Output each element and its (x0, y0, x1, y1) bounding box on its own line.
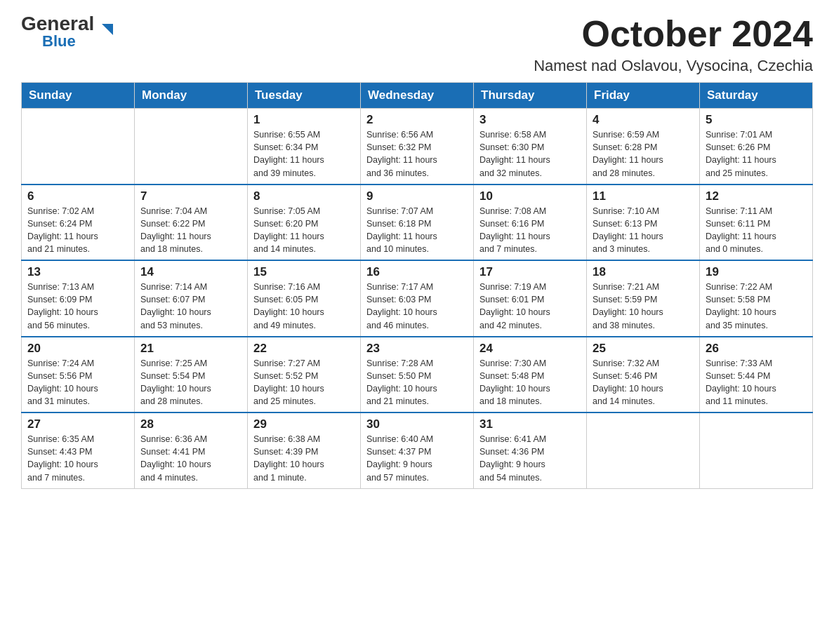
day-number: 16 (366, 265, 468, 279)
calendar-day-cell: 5Sunrise: 7:01 AM Sunset: 6:26 PM Daylig… (700, 109, 813, 185)
day-number: 12 (706, 189, 807, 203)
calendar-day-cell: 12Sunrise: 7:11 AM Sunset: 6:11 PM Dayli… (700, 185, 813, 261)
day-info: Sunrise: 7:16 AM Sunset: 6:05 PM Dayligh… (253, 282, 324, 330)
calendar-header-tuesday: Tuesday (248, 83, 361, 109)
day-info: Sunrise: 7:14 AM Sunset: 6:07 PM Dayligh… (140, 282, 211, 330)
calendar-week-row: 6Sunrise: 7:02 AM Sunset: 6:24 PM Daylig… (22, 185, 813, 261)
calendar-day-cell: 8Sunrise: 7:05 AM Sunset: 6:20 PM Daylig… (248, 185, 361, 261)
calendar-header-friday: Friday (587, 83, 700, 109)
calendar-day-cell (135, 109, 248, 185)
day-info: Sunrise: 7:25 AM Sunset: 5:54 PM Dayligh… (140, 358, 211, 406)
logo-triangle-icon (102, 24, 113, 35)
day-info: Sunrise: 7:19 AM Sunset: 6:01 PM Dayligh… (479, 282, 550, 330)
day-info: Sunrise: 7:21 AM Sunset: 5:59 PM Dayligh… (593, 282, 663, 330)
day-number: 6 (27, 189, 128, 203)
day-number: 9 (366, 189, 468, 203)
calendar-day-cell: 19Sunrise: 7:22 AM Sunset: 5:58 PM Dayli… (700, 260, 813, 337)
day-info: Sunrise: 7:05 AM Sunset: 6:20 PM Dayligh… (253, 206, 324, 254)
month-title: October 2024 (534, 14, 813, 54)
day-number: 23 (366, 342, 468, 356)
day-number: 10 (479, 189, 581, 203)
logo-blue-text: Blue (42, 34, 76, 49)
svg-marker-0 (102, 24, 113, 35)
day-number: 29 (253, 417, 355, 431)
calendar-week-row: 13Sunrise: 7:13 AM Sunset: 6:09 PM Dayli… (22, 260, 813, 337)
calendar-day-cell: 22Sunrise: 7:27 AM Sunset: 5:52 PM Dayli… (248, 337, 361, 413)
calendar-day-cell: 23Sunrise: 7:28 AM Sunset: 5:50 PM Dayli… (361, 337, 474, 413)
calendar-day-cell: 20Sunrise: 7:24 AM Sunset: 5:56 PM Dayli… (22, 337, 135, 413)
day-number: 22 (253, 342, 355, 356)
day-number: 15 (253, 265, 355, 279)
calendar-header-row: SundayMondayTuesdayWednesdayThursdayFrid… (22, 83, 813, 109)
day-number: 17 (479, 265, 581, 279)
logo-general-text: General (21, 14, 94, 34)
calendar-day-cell: 16Sunrise: 7:17 AM Sunset: 6:03 PM Dayli… (361, 260, 474, 337)
calendar-day-cell: 4Sunrise: 6:59 AM Sunset: 6:28 PM Daylig… (587, 109, 700, 185)
calendar-week-row: 1Sunrise: 6:55 AM Sunset: 6:34 PM Daylig… (22, 109, 813, 185)
day-info: Sunrise: 7:28 AM Sunset: 5:50 PM Dayligh… (366, 358, 437, 406)
calendar-day-cell: 3Sunrise: 6:58 AM Sunset: 6:30 PM Daylig… (474, 109, 587, 185)
title-section: October 2024 Namest nad Oslavou, Vysocin… (534, 14, 813, 75)
calendar-day-cell: 31Sunrise: 6:41 AM Sunset: 4:36 PM Dayli… (474, 412, 587, 488)
calendar-day-cell: 17Sunrise: 7:19 AM Sunset: 6:01 PM Dayli… (474, 260, 587, 337)
day-info: Sunrise: 7:13 AM Sunset: 6:09 PM Dayligh… (27, 282, 98, 330)
calendar-table: SundayMondayTuesdayWednesdayThursdayFrid… (21, 82, 813, 489)
calendar-day-cell (587, 412, 700, 488)
day-number: 13 (27, 265, 128, 279)
calendar-day-cell: 15Sunrise: 7:16 AM Sunset: 6:05 PM Dayli… (248, 260, 361, 337)
day-info: Sunrise: 6:55 AM Sunset: 6:34 PM Dayligh… (253, 130, 324, 177)
day-info: Sunrise: 6:35 AM Sunset: 4:43 PM Dayligh… (27, 434, 98, 482)
calendar-day-cell: 2Sunrise: 6:56 AM Sunset: 6:32 PM Daylig… (361, 109, 474, 185)
day-info: Sunrise: 6:58 AM Sunset: 6:30 PM Dayligh… (479, 130, 550, 177)
logo: General Blue (21, 14, 102, 49)
day-info: Sunrise: 7:08 AM Sunset: 6:16 PM Dayligh… (479, 206, 550, 254)
calendar-day-cell: 24Sunrise: 7:30 AM Sunset: 5:48 PM Dayli… (474, 337, 587, 413)
day-number: 27 (27, 417, 128, 431)
day-info: Sunrise: 6:36 AM Sunset: 4:41 PM Dayligh… (140, 434, 211, 482)
day-info: Sunrise: 7:27 AM Sunset: 5:52 PM Dayligh… (253, 358, 324, 406)
calendar-day-cell: 29Sunrise: 6:38 AM Sunset: 4:39 PM Dayli… (248, 412, 361, 488)
day-number: 25 (593, 342, 694, 356)
day-number: 7 (140, 189, 241, 203)
calendar-day-cell: 14Sunrise: 7:14 AM Sunset: 6:07 PM Dayli… (135, 260, 248, 337)
day-number: 31 (479, 417, 581, 431)
day-number: 5 (706, 113, 807, 127)
day-info: Sunrise: 7:07 AM Sunset: 6:18 PM Dayligh… (366, 206, 437, 254)
calendar-day-cell: 11Sunrise: 7:10 AM Sunset: 6:13 PM Dayli… (587, 185, 700, 261)
calendar-day-cell: 27Sunrise: 6:35 AM Sunset: 4:43 PM Dayli… (22, 412, 135, 488)
day-number: 20 (27, 342, 128, 356)
day-info: Sunrise: 7:01 AM Sunset: 6:26 PM Dayligh… (706, 130, 776, 177)
location-title: Namest nad Oslavou, Vysocina, Czechia (534, 57, 813, 75)
day-info: Sunrise: 7:33 AM Sunset: 5:44 PM Dayligh… (706, 358, 776, 406)
calendar-day-cell: 18Sunrise: 7:21 AM Sunset: 5:59 PM Dayli… (587, 260, 700, 337)
calendar-day-cell: 9Sunrise: 7:07 AM Sunset: 6:18 PM Daylig… (361, 185, 474, 261)
calendar-header-wednesday: Wednesday (361, 83, 474, 109)
day-number: 14 (140, 265, 241, 279)
day-number: 18 (593, 265, 694, 279)
calendar-day-cell: 7Sunrise: 7:04 AM Sunset: 6:22 PM Daylig… (135, 185, 248, 261)
day-info: Sunrise: 6:41 AM Sunset: 4:36 PM Dayligh… (479, 434, 546, 482)
day-number: 19 (706, 265, 807, 279)
calendar-day-cell: 28Sunrise: 6:36 AM Sunset: 4:41 PM Dayli… (135, 412, 248, 488)
day-number: 4 (593, 113, 694, 127)
calendar-day-cell: 25Sunrise: 7:32 AM Sunset: 5:46 PM Dayli… (587, 337, 700, 413)
day-number: 24 (479, 342, 581, 356)
calendar-header-monday: Monday (135, 83, 248, 109)
calendar-day-cell (22, 109, 135, 185)
day-info: Sunrise: 7:22 AM Sunset: 5:58 PM Dayligh… (706, 282, 776, 330)
day-info: Sunrise: 6:38 AM Sunset: 4:39 PM Dayligh… (253, 434, 324, 482)
day-number: 3 (479, 113, 581, 127)
day-number: 26 (706, 342, 807, 356)
day-info: Sunrise: 7:10 AM Sunset: 6:13 PM Dayligh… (593, 206, 663, 254)
calendar-day-cell: 21Sunrise: 7:25 AM Sunset: 5:54 PM Dayli… (135, 337, 248, 413)
day-info: Sunrise: 6:40 AM Sunset: 4:37 PM Dayligh… (366, 434, 433, 482)
calendar-day-cell: 26Sunrise: 7:33 AM Sunset: 5:44 PM Dayli… (700, 337, 813, 413)
calendar-header-thursday: Thursday (474, 83, 587, 109)
calendar-day-cell: 6Sunrise: 7:02 AM Sunset: 6:24 PM Daylig… (22, 185, 135, 261)
calendar-day-cell: 10Sunrise: 7:08 AM Sunset: 6:16 PM Dayli… (474, 185, 587, 261)
calendar-day-cell: 30Sunrise: 6:40 AM Sunset: 4:37 PM Dayli… (361, 412, 474, 488)
day-number: 30 (366, 417, 468, 431)
day-info: Sunrise: 7:17 AM Sunset: 6:03 PM Dayligh… (366, 282, 437, 330)
day-info: Sunrise: 6:56 AM Sunset: 6:32 PM Dayligh… (366, 130, 437, 177)
calendar-header-saturday: Saturday (700, 83, 813, 109)
